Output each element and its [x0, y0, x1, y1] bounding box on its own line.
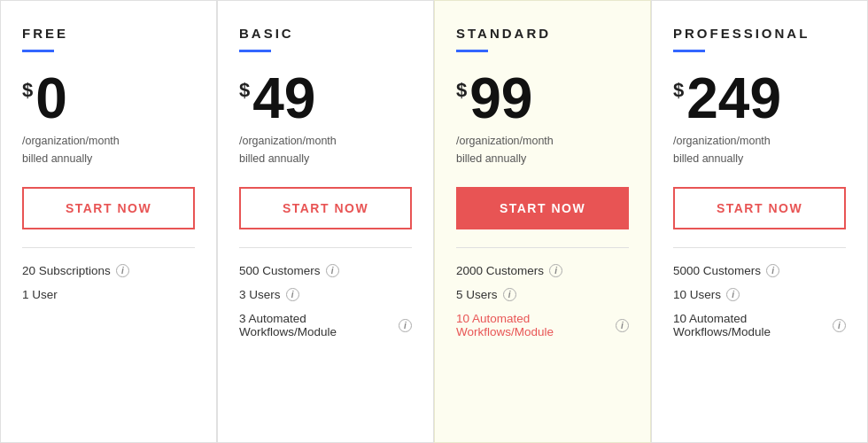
feature-text: 10 Automated Workflows/Module [456, 312, 610, 338]
price-info-standard: /organization/monthbilled annually [456, 132, 629, 167]
price-amount-free: 0 [35, 70, 67, 127]
feature-list-professional: 5000 Customersi10 Usersi10 Automated Wor… [673, 264, 846, 338]
info-icon[interactable]: i [833, 319, 846, 332]
price-dollar-basic: $ [239, 79, 250, 102]
feature-item: 5000 Customersi [673, 264, 846, 277]
price-row-professional: $249 [673, 70, 846, 127]
info-icon[interactable]: i [549, 264, 562, 277]
feature-text: 10 Users [673, 288, 721, 301]
plan-name-standard: STANDARD [456, 26, 629, 41]
feature-text: 3 Automated Workflows/Module [239, 312, 393, 338]
price-amount-basic: 49 [252, 70, 315, 127]
feature-text: 2000 Customers [456, 264, 544, 277]
plan-name-basic: BASIC [239, 26, 412, 41]
divider-basic [239, 247, 412, 248]
price-info-basic: /organization/monthbilled annually [239, 132, 412, 167]
info-icon[interactable]: i [326, 264, 339, 277]
start-btn-professional[interactable]: START NOW [673, 187, 846, 229]
plan-underline-professional [673, 50, 705, 52]
plan-professional: PROFESSIONAL$249/organization/monthbille… [651, 0, 868, 443]
divider-free [22, 247, 195, 248]
feature-item: 10 Automated Workflows/Modulei [456, 312, 629, 338]
feature-item: 2000 Customersi [456, 264, 629, 277]
feature-item: 10 Automated Workflows/Modulei [673, 312, 846, 338]
info-icon[interactable]: i [766, 264, 779, 277]
start-btn-basic[interactable]: START NOW [239, 187, 412, 229]
feature-item: 5 Usersi [456, 288, 629, 301]
plan-name-free: FREE [22, 26, 195, 41]
start-btn-free[interactable]: START NOW [22, 187, 195, 229]
feature-item: 1 User [22, 288, 195, 301]
divider-standard [456, 247, 629, 248]
plan-basic: BASIC$49/organization/monthbilled annual… [217, 0, 434, 443]
price-amount-professional: 249 [686, 70, 781, 127]
info-icon[interactable]: i [726, 288, 740, 301]
feature-item: 500 Customersi [239, 264, 412, 277]
plan-free: FREE$0/organization/monthbilled annually… [0, 0, 217, 443]
feature-item: 10 Usersi [673, 288, 846, 301]
plan-name-professional: PROFESSIONAL [673, 26, 846, 41]
feature-text: 5000 Customers [673, 264, 761, 277]
feature-item: 3 Usersi [239, 288, 412, 301]
divider-professional [673, 247, 846, 248]
feature-text: 3 Users [239, 288, 281, 301]
info-icon[interactable]: i [503, 288, 516, 301]
feature-text: 500 Customers [239, 264, 321, 277]
plan-standard: STANDARD$99/organization/monthbilled ann… [434, 0, 651, 443]
pricing-container: FREE$0/organization/monthbilled annually… [0, 0, 868, 443]
info-icon[interactable]: i [616, 319, 629, 332]
price-dollar-professional: $ [673, 79, 684, 102]
price-row-basic: $49 [239, 70, 412, 127]
feature-item: 3 Automated Workflows/Modulei [239, 312, 412, 338]
feature-list-basic: 500 Customersi3 Usersi3 Automated Workfl… [239, 264, 412, 338]
info-icon[interactable]: i [399, 319, 412, 332]
info-icon[interactable]: i [286, 288, 299, 301]
info-icon[interactable]: i [116, 264, 129, 277]
price-info-free: /organization/monthbilled annually [22, 132, 195, 167]
plan-underline-basic [239, 50, 271, 52]
price-row-standard: $99 [456, 70, 629, 127]
price-dollar-standard: $ [456, 79, 467, 102]
feature-text: 20 Subscriptions [22, 264, 111, 277]
plan-underline-standard [456, 50, 488, 52]
price-row-free: $0 [22, 70, 195, 127]
feature-text: 5 Users [456, 288, 498, 301]
plan-underline-free [22, 50, 54, 52]
price-amount-standard: 99 [469, 70, 532, 127]
feature-item: 20 Subscriptionsi [22, 264, 195, 277]
feature-text: 10 Automated Workflows/Module [673, 312, 827, 338]
feature-list-standard: 2000 Customersi5 Usersi10 Automated Work… [456, 264, 629, 338]
price-dollar-free: $ [22, 79, 33, 102]
feature-list-free: 20 Subscriptionsi1 User [22, 264, 195, 301]
price-info-professional: /organization/monthbilled annually [673, 132, 846, 167]
start-btn-standard[interactable]: START NOW [456, 187, 629, 229]
feature-text: 1 User [22, 288, 58, 301]
